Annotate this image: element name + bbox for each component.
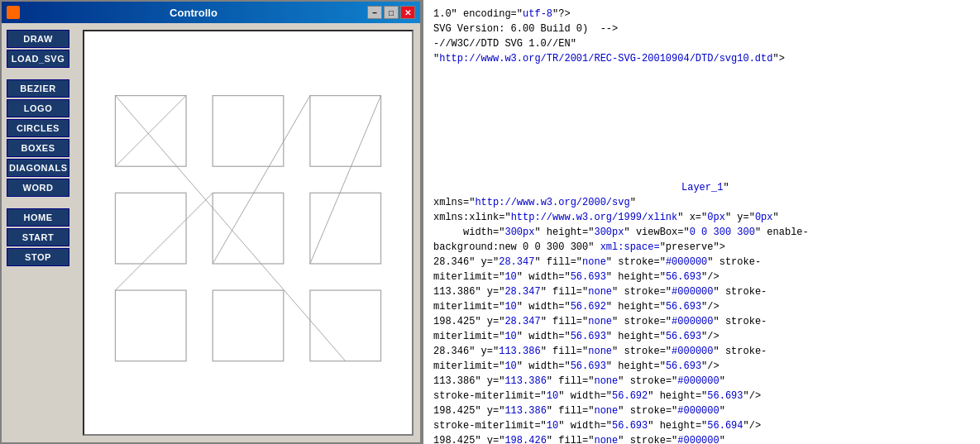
boxes-button[interactable]: BOXES (7, 139, 69, 157)
svg-rect-1 (213, 96, 284, 167)
code-line: 198.425" y="113.386" fill="none" stroke=… (433, 403, 970, 418)
svg-rect-3 (115, 193, 186, 264)
code-line: 113.386" y="113.386" fill="none" stroke=… (433, 374, 970, 389)
code-line: miterlimit="10" width="56.693" height="5… (433, 270, 970, 284)
code-line: miterlimit="10" width="56.692" height="5… (433, 299, 970, 314)
minimize-button[interactable]: – (367, 6, 382, 19)
code-line: "http://www.w3.org/TR/2001/REC-SVG-20010… (433, 51, 970, 66)
svg-drawing (84, 31, 412, 434)
close-button[interactable]: ✕ (400, 6, 415, 19)
svg-line-12 (310, 96, 381, 264)
code-line: 198.425" y="28.347" fill="none" stroke="… (433, 314, 970, 329)
svg-rect-7 (213, 290, 284, 361)
app-window: Controllo – □ ✕ DRAW LOAD_SVG BEZIER LOG… (0, 0, 422, 444)
svg-rect-4 (213, 193, 284, 264)
code-panel[interactable]: 1.0" encoding="utf-8"?>SVG Version: 6.00… (422, 0, 980, 444)
drawing-canvas[interactable] (83, 30, 414, 436)
code-line: 1.0" encoding="utf-8"?> (433, 7, 970, 21)
svg-line-13 (115, 193, 213, 290)
code-line: stroke-miterlimit="10" width="56.692" he… (433, 389, 970, 403)
sidebar: DRAW LOAD_SVG BEZIER LOGO CIRCLES BOXES … (2, 23, 76, 442)
circles-button[interactable]: CIRCLES (7, 119, 69, 137)
svg-rect-5 (310, 193, 381, 264)
svg-line-9 (115, 96, 345, 361)
code-line: 113.386" y="28.347" fill="none" stroke="… (433, 284, 970, 299)
title-controls: – □ ✕ (367, 6, 415, 19)
word-button[interactable]: WORD (7, 179, 69, 197)
app-body: DRAW LOAD_SVG BEZIER LOGO CIRCLES BOXES … (2, 23, 420, 442)
title-bar: Controllo – □ ✕ (2, 2, 420, 23)
code-line: xmlns="http://www.w3.org/2000/svg" (433, 195, 970, 210)
code-line: background:new 0 0 300 300" xml:space="p… (433, 240, 970, 255)
code-line: stroke-miterlimit="10" width="56.693" he… (433, 418, 970, 433)
load-svg-button[interactable]: LOAD_SVG (7, 50, 69, 68)
code-line: 198.425" y="198.426" fill="none" stroke=… (433, 433, 970, 444)
code-line: xmlns:xlink="http://www.w3.org/1999/xlin… (433, 210, 970, 225)
start-button[interactable]: START (7, 228, 69, 246)
svg-line-10 (115, 96, 186, 167)
sidebar-spacer-2 (7, 198, 71, 207)
code-line: -//W3C//DTD SVG 1.0//EN" (433, 36, 970, 51)
draw-button[interactable]: DRAW (7, 30, 69, 48)
app-icon (7, 6, 20, 19)
code-line: 1.0" id="Layer_1" (433, 66, 970, 195)
sidebar-spacer-1 (7, 69, 71, 78)
svg-rect-8 (310, 290, 381, 361)
home-button[interactable]: HOME (7, 208, 69, 227)
diagonals-button[interactable]: DIAGONALS (7, 159, 69, 177)
canvas-area (76, 23, 420, 442)
code-line: 28.346" y="28.347" fill="none" stroke="#… (433, 255, 970, 270)
code-line: SVG Version: 6.00 Build 0) --> (433, 21, 970, 36)
code-line: width="300px" height="300px" viewBox="0 … (433, 225, 970, 240)
svg-rect-2 (310, 96, 381, 167)
logo-button[interactable]: LOGO (7, 99, 69, 117)
code-line: 28.346" y="113.386" fill="none" stroke="… (433, 344, 970, 359)
stop-button[interactable]: STOP (7, 248, 69, 266)
code-line: miterlimit="10" width="56.693" height="5… (433, 329, 970, 344)
svg-line-11 (213, 96, 310, 264)
code-line: miterlimit="10" width="56.693" height="5… (433, 359, 970, 374)
svg-rect-6 (115, 290, 186, 361)
bezier-button[interactable]: BEZIER (7, 79, 69, 98)
window-title: Controllo (20, 7, 367, 19)
restore-button[interactable]: □ (384, 6, 399, 19)
